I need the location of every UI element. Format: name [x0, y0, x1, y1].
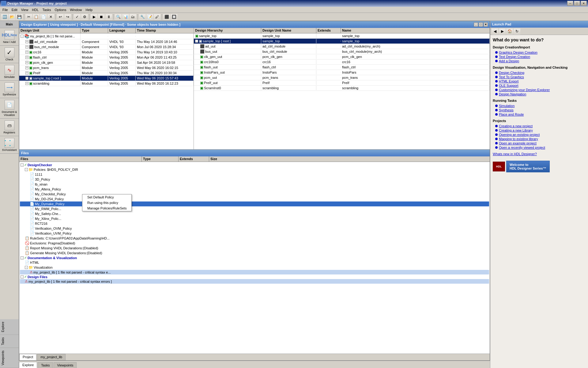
tasks-tab-sidebar[interactable]: Tasks	[0, 335, 19, 348]
synthesize-button[interactable]: ⟶ Synthesize	[0, 81, 19, 98]
expand-icon[interactable]: +	[25, 51, 28, 54]
col-type[interactable]: Type	[81, 28, 108, 33]
list-item[interactable]: 📄 Verification_UVM_Policy	[20, 231, 489, 236]
expand-icon[interactable]: -	[21, 163, 24, 167]
expand-icon[interactable]: +	[25, 61, 28, 64]
minimize-button[interactable]: ─	[567, 1, 573, 6]
context-menu-manage[interactable]: Manage Policies/RuleSets	[82, 205, 131, 211]
toolbar-btn-10[interactable]: 📊	[122, 14, 129, 20]
viewpoints-tab-sidebar[interactable]: Viewpoints	[0, 348, 19, 368]
lp-link-design-checking[interactable]: Design Checking	[493, 71, 586, 75]
lp-link-example-project[interactable]: Open an example project	[493, 141, 586, 145]
toolbar-btn-14[interactable]: 🖊	[154, 14, 160, 20]
lp-home-btn[interactable]: 🏠	[506, 28, 513, 34]
toolbar-btn-cut[interactable]: ✂	[25, 14, 32, 20]
table-row[interactable]: ▣ InstoPars_uut InstoPars InstoPars	[194, 70, 490, 75]
lp-link-recent-project[interactable]: Open a recently viewed project	[493, 145, 586, 150]
expand-icon[interactable]: +	[25, 45, 28, 48]
maximize-button[interactable]: □	[574, 1, 580, 6]
tab-viewpoints[interactable]: Viewpoints	[54, 362, 77, 368]
lp-link-create-project[interactable]: Creating a new project	[493, 124, 586, 128]
lp-link-add-design[interactable]: Add a Design	[493, 59, 586, 63]
table-row[interactable]: + ▣ crc16 Module Verilog 2005 Thu May 14…	[19, 50, 194, 55]
explore-tab-sidebar[interactable]: Explore	[0, 319, 19, 335]
toolbar-btn-8[interactable]: ⏸	[105, 14, 112, 20]
expand-icon[interactable]: -	[25, 168, 28, 171]
col-design-unit-name[interactable]: Design Unit Name	[261, 28, 316, 33]
table-row[interactable]: ⬛ ad_uut ad_ctrl_module ad_ctrl_module(m…	[194, 44, 490, 49]
toolbar-btn-2[interactable]: 📂	[9, 14, 15, 20]
lp-back-btn[interactable]: ◀	[492, 28, 498, 34]
menu-window[interactable]: Window	[68, 7, 84, 12]
menu-file[interactable]: File	[1, 7, 10, 12]
lp-link-html-export[interactable]: HTML Export	[493, 79, 586, 83]
toolbar-btn-3[interactable]: 💾	[16, 14, 23, 20]
list-item[interactable]: - 📁 Visualization	[20, 265, 489, 270]
table-row[interactable]: - 📚 my_project_lib [ 1 file not parse...	[19, 33, 194, 39]
table-row[interactable]: + ▣ PreIf Module Verilog 2005 Thu Mar 26…	[19, 71, 194, 76]
registers-button[interactable]: 🗃 Registers	[0, 119, 19, 136]
list-item[interactable]: 📄 1111	[20, 172, 489, 177]
table-row[interactable]: ▣ pcm_uut pcm_trans pcm_trans	[194, 75, 490, 80]
lp-link-ole-support[interactable]: OLE Support	[493, 83, 586, 88]
table-row[interactable]: ▣ flash_uut flash_ctrl flash_ctrl	[194, 65, 490, 70]
list-item[interactable]: ⚠ my_project_lib [ 1 file not parsed - c…	[20, 279, 489, 284]
list-item[interactable]: 📋 RuleSets: C:\Users\FPGA01\AppData\Roam…	[20, 236, 489, 241]
toolbar-btn-7[interactable]: ⏹	[98, 14, 105, 20]
menu-help[interactable]: Help	[84, 7, 95, 12]
context-menu-set-default[interactable]: Set Default Policy	[82, 194, 131, 200]
list-item[interactable]: 📋 Generate Missing VHDL Declarations:(Di…	[20, 251, 489, 255]
lp-link-open-existing[interactable]: Opening an existing project	[493, 132, 586, 137]
expand-icon[interactable]: -	[195, 40, 198, 43]
table-row[interactable]: + ▣ flash_ctrl Module Verilog 2005 Mon A…	[19, 55, 194, 60]
expand-icon[interactable]: +	[25, 77, 28, 80]
col-extends[interactable]: Extends	[179, 156, 209, 162]
simulate-button[interactable]: ∿ Simulate	[0, 63, 19, 81]
toolbar-btn-12[interactable]: 🔧	[139, 14, 146, 20]
lp-link-create-library[interactable]: Creating a new Library	[493, 128, 586, 132]
lp-link-text-to-graphics[interactable]: Text To Graphics	[493, 75, 586, 79]
lp-refresh-btn[interactable]: ↻	[514, 28, 520, 34]
list-item[interactable]: 📄 My_Altera_Policy	[20, 187, 489, 192]
toolbar-btn-9[interactable]: 🔍	[115, 14, 122, 20]
toolbar-btn-paste[interactable]: 📄	[40, 14, 47, 20]
table-row[interactable]: - ▣ sample_top [ root ] sample_top sampl…	[194, 39, 490, 44]
table-row[interactable]: + ▣ pcm_trans Module Verilog 2005 Wed Ma…	[19, 65, 194, 71]
lp-forward-btn[interactable]: ▶	[499, 28, 506, 34]
col-design-unit[interactable]: Design Unit	[19, 28, 81, 33]
col-name[interactable]: Name	[341, 28, 490, 33]
expand-icon[interactable]: +	[25, 40, 28, 43]
tab-tasks[interactable]: Tasks	[38, 362, 53, 368]
menu-view[interactable]: View	[19, 7, 30, 12]
expand-icon[interactable]: -	[21, 35, 24, 38]
toolbar-btn-11[interactable]: 🗂	[130, 14, 136, 20]
list-item[interactable]: 📋 Report Missing VHDL Declarations:(Disa…	[20, 246, 489, 251]
list-item[interactable]: 📄 My_Xilinx_Polic...	[20, 216, 489, 221]
expand-icon[interactable]: +	[25, 66, 28, 69]
list-item[interactable]: ⚠ my_project_lib [ 1 file not parsed - c…	[20, 270, 489, 274]
sva-assistant-button[interactable]: ▪▪▪▪ SVAssistant	[0, 136, 19, 154]
table-row[interactable]: + ⬛ ad_ctrl_module Component VHDL '93 Th…	[19, 39, 194, 44]
table-row[interactable]: ▣ sample_top sample_top sample_top	[194, 33, 490, 39]
col-extends[interactable]: Extends	[316, 28, 341, 33]
de-collapse-btn[interactable]: _	[474, 22, 478, 27]
lp-link-place-and-route[interactable]: Place and Route	[493, 112, 586, 117]
new-add-button[interactable]: HDLNew New / Add	[0, 28, 19, 46]
col-timestamp[interactable]: Time Stamp	[136, 28, 194, 33]
toolbar-btn-check[interactable]: ✓	[74, 14, 81, 20]
toolbar-btn-15[interactable]: ⬛	[163, 14, 170, 20]
table-row[interactable]: ▣ ScramInst0 scrambling scrambling	[194, 86, 490, 91]
toolbar-btn-5[interactable]: ⚙	[81, 14, 88, 20]
list-item[interactable]: 📄 RCT216	[20, 221, 489, 226]
expand-icon[interactable]: +	[25, 56, 28, 59]
document-visualize-button[interactable]: 📄 Document &Visualize	[0, 98, 19, 119]
lp-link-text-design[interactable]: Text Design Creation	[493, 55, 586, 59]
list-item[interactable]: 📄 lb_xinan	[20, 182, 489, 187]
expand-icon[interactable]: -	[21, 256, 24, 259]
expand-icon[interactable]: -	[25, 266, 28, 269]
menu-edit[interactable]: Edit	[10, 7, 19, 12]
toolbar-btn-delete[interactable]: ✕	[47, 14, 54, 20]
table-row[interactable]: + ▣ sample_top [ root ] Module Verilog 2…	[19, 76, 194, 81]
list-item[interactable]: 📄 HTML	[20, 260, 489, 265]
col-size[interactable]: Size	[209, 156, 490, 162]
